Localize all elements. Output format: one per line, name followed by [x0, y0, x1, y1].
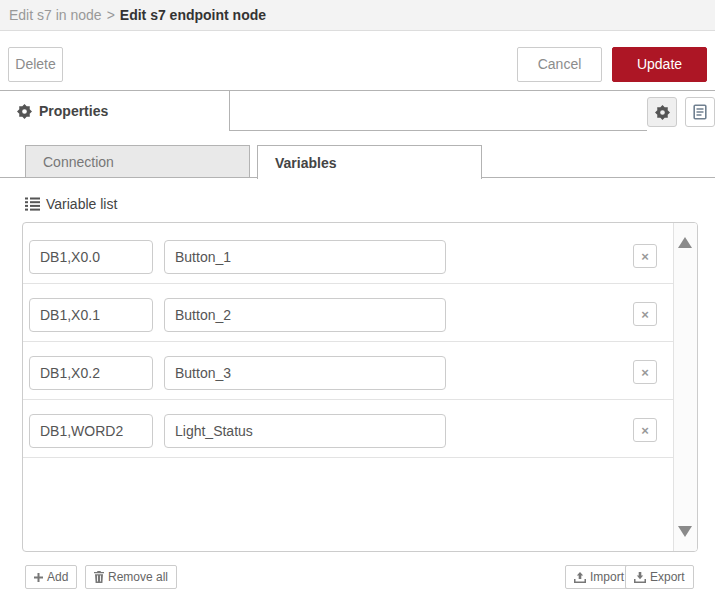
- export-button[interactable]: Export: [625, 565, 694, 589]
- edit-properties-button[interactable]: [647, 97, 677, 127]
- cancel-button[interactable]: Cancel: [517, 47, 602, 82]
- variable-row: ×: [23, 284, 673, 342]
- variable-name-input[interactable]: [164, 240, 446, 274]
- download-icon: [634, 572, 646, 583]
- tab-connection[interactable]: Connection: [25, 145, 250, 178]
- variable-address-input[interactable]: [29, 414, 153, 448]
- variable-address-input[interactable]: [29, 240, 153, 274]
- tab-variables[interactable]: Variables: [257, 145, 482, 179]
- variable-list-container: × × × ×: [22, 222, 698, 552]
- scroll-down-icon[interactable]: [678, 526, 692, 537]
- upload-icon: [574, 572, 586, 583]
- variable-list-heading: Variable list: [25, 196, 117, 212]
- variable-row: ×: [23, 400, 673, 458]
- close-icon: ×: [641, 365, 649, 380]
- list-icon: [25, 197, 40, 211]
- remove-all-button-label: Remove all: [108, 570, 168, 584]
- variable-name-input[interactable]: [164, 414, 446, 448]
- remove-row-button[interactable]: ×: [633, 244, 657, 268]
- close-icon: ×: [641, 249, 649, 264]
- update-button[interactable]: Update: [612, 47, 707, 82]
- variable-address-input[interactable]: [29, 298, 153, 332]
- trash-icon: [94, 571, 104, 583]
- add-button[interactable]: Add: [25, 565, 77, 589]
- variable-address-input[interactable]: [29, 356, 153, 390]
- gear-icon: [17, 104, 32, 119]
- properties-bar: Properties: [0, 90, 715, 131]
- gear-icon: [655, 105, 670, 120]
- variable-row: ×: [23, 342, 673, 400]
- variable-name-input[interactable]: [164, 298, 446, 332]
- properties-bar-divider: [230, 130, 647, 131]
- breadcrumb: Edit s7 in node>Edit s7 endpoint node: [0, 0, 715, 31]
- delete-button[interactable]: Delete: [8, 47, 63, 82]
- file-text-icon: [693, 104, 707, 120]
- breadcrumb-separator: >: [107, 7, 115, 23]
- properties-tab: Properties: [0, 91, 230, 131]
- remove-all-button[interactable]: Remove all: [85, 565, 177, 589]
- scrollbar[interactable]: [673, 223, 697, 551]
- tab-variables-label: Variables: [275, 155, 337, 171]
- export-button-label: Export: [650, 570, 685, 584]
- edit-description-button[interactable]: [685, 97, 715, 127]
- properties-tab-label: Properties: [39, 103, 108, 119]
- variable-list-label: Variable list: [46, 196, 117, 212]
- plus-icon: [34, 573, 43, 582]
- close-icon: ×: [641, 423, 649, 438]
- import-button-label: Import: [590, 570, 624, 584]
- breadcrumb-parent: Edit s7 in node: [9, 7, 102, 23]
- remove-row-button[interactable]: ×: [633, 302, 657, 326]
- close-icon: ×: [641, 307, 649, 322]
- remove-row-button[interactable]: ×: [633, 418, 657, 442]
- add-button-label: Add: [47, 570, 68, 584]
- scroll-up-icon[interactable]: [678, 237, 692, 248]
- import-button[interactable]: Import: [565, 565, 633, 589]
- variable-name-input[interactable]: [164, 356, 446, 390]
- breadcrumb-current: Edit s7 endpoint node: [120, 7, 266, 23]
- remove-row-button[interactable]: ×: [633, 360, 657, 384]
- variable-rows: × × × ×: [23, 226, 673, 458]
- variable-row: ×: [23, 226, 673, 284]
- tab-connection-label: Connection: [43, 154, 114, 170]
